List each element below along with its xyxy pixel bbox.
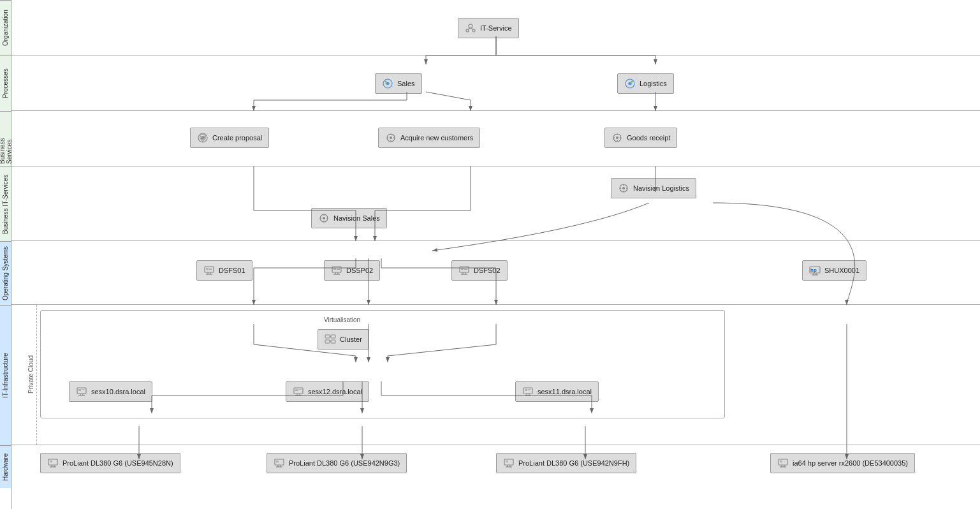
sales-icon [382,78,393,89]
row-hardware: ProLiant DL380 G6 (USE945N28N) ProLiant … [11,445,980,488]
dsfs02-icon [458,265,470,276]
label-business-services: Business Services [0,111,11,166]
svg-rect-56 [464,268,467,269]
row-operating-systems: DSFS01 DSSP02 [11,241,980,305]
svg-rect-57 [464,269,467,270]
node-goods-receipt[interactable]: Goods receipt [604,128,677,148]
ia64-icon [777,457,789,469]
node-sesx11[interactable]: sesx11.dsra.local [515,381,599,402]
node-sesx12[interactable]: sesx12.dsra.local [286,381,369,402]
svg-rect-101 [506,461,508,462]
svg-rect-66 [325,335,330,338]
svg-point-35 [323,217,325,219]
svg-rect-74 [82,389,85,390]
svg-rect-67 [331,335,335,338]
svg-rect-55 [461,268,464,270]
svg-rect-91 [50,461,52,462]
dsfs01-icon [203,265,215,276]
node-proliant2[interactable]: ProLiant DL380 G6 (USE942N9G3) [267,453,407,473]
svg-text:hp: hp [810,267,817,273]
dssp02-icon [331,265,342,276]
private-cloud-box [40,310,725,418]
svg-point-1 [466,29,469,32]
svg-rect-106 [780,461,782,462]
sesx11-icon [522,386,534,397]
node-acquire-new-customers[interactable]: Acquire new customers [378,128,480,148]
row-business-it-services: Navision Logistics Navision Sales [11,166,980,241]
svg-rect-80 [298,389,302,390]
row-business-services: Create proposal Acquire new customers [11,111,980,166]
it-service-icon [465,22,476,34]
svg-rect-50 [337,269,340,270]
node-dsfs02[interactable]: DSFS02 [451,260,508,281]
svg-point-15 [202,137,203,138]
row-labels: Organization Processes Business Services… [0,0,11,509]
node-navision-logistics[interactable]: Navision Logistics [611,178,696,198]
svg-line-3 [467,28,471,29]
svg-rect-96 [276,461,279,462]
svg-line-4 [471,28,474,29]
svg-rect-69 [331,340,335,343]
virtualization-label: Virtualisation [324,316,360,323]
label-operating-systems: Operating Systems [0,241,11,305]
label-it-infrastructure: IT-Infrastructure [0,305,11,445]
diagram-area: IT-Service Sales [11,0,980,509]
svg-point-6 [386,82,389,85]
node-proliant3[interactable]: ProLiant DL380 G6 (USE942N9FH) [496,453,636,473]
svg-point-7 [385,81,387,83]
node-logistics[interactable]: Logistics [617,73,674,94]
node-ia64[interactable]: ia64 hp server rx2600 (DE53400035) [770,453,915,473]
svg-rect-85 [525,389,527,391]
main-container: Organization Processes Business Services… [0,0,980,509]
svg-point-0 [469,24,472,28]
svg-rect-73 [78,389,81,391]
node-sales[interactable]: Sales [375,73,422,94]
node-sesx10[interactable]: sesx10.dsra.local [69,381,152,402]
logistics-icon [624,78,636,89]
svg-rect-48 [333,268,336,270]
node-dsfs01[interactable]: DSFS01 [196,260,252,281]
svg-rect-41 [206,268,208,270]
goods-receipt-icon [611,132,623,144]
node-shux0001[interactable]: hp SHUX0001 [802,260,867,281]
svg-point-10 [631,81,633,83]
navision-sales-icon [318,212,330,224]
node-proliant1[interactable]: ProLiant DL380 G6 (USE945N28N) [40,453,180,473]
label-business-it-services: Business IT-Services [0,166,11,241]
svg-point-9 [629,82,631,85]
node-cluster[interactable]: Cluster [318,329,369,350]
node-create-proposal[interactable]: Create proposal [190,128,269,148]
create-proposal-icon [197,132,208,144]
svg-rect-42 [209,268,212,269]
label-private-cloud: Private Cloud [27,355,34,394]
node-navision-sales[interactable]: Navision Sales [311,208,387,228]
svg-rect-86 [528,389,531,390]
svg-rect-43 [209,269,212,270]
svg-point-2 [472,29,475,32]
svg-rect-79 [295,389,298,391]
node-dssp02[interactable]: DSSP02 [324,260,380,281]
label-processes: Processes [0,55,11,111]
svg-point-29 [622,187,625,189]
cluster-icon [325,334,336,345]
svg-point-17 [390,136,392,139]
node-it-service[interactable]: IT-Service [458,18,519,38]
sesx12-icon [293,386,304,397]
row-organization: IT-Service [11,0,980,55]
navision-logistics-icon [618,182,629,194]
svg-rect-49 [337,268,340,269]
shux0001-icon: hp [809,265,821,276]
label-organization: Organization [0,0,11,55]
row-processes: Sales Logistics [11,55,980,111]
proliant3-icon [503,457,515,469]
svg-rect-68 [325,340,330,343]
label-hardware: Hardware [0,445,11,488]
acquire-new-customers-icon [385,132,397,144]
row-it-infrastructure: Private Cloud Virtualisation [11,305,980,445]
proliant2-icon [274,457,285,469]
sesx10-icon [76,386,87,397]
svg-point-23 [616,136,618,139]
proliant1-icon [47,457,59,469]
